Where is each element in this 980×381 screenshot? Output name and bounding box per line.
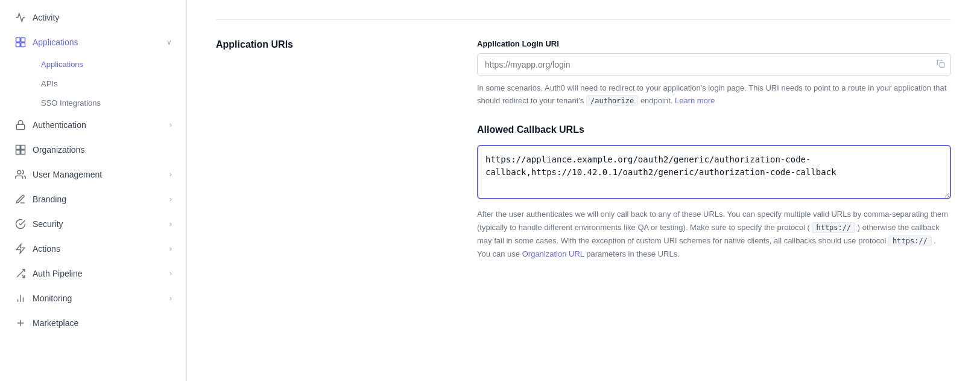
- svg-marker-10: [16, 245, 25, 254]
- svg-rect-2: [16, 43, 21, 47]
- sidebar-item-applications[interactable]: Applications ∨: [5, 30, 182, 54]
- sidebar-item-authentication-label: Authentication: [33, 120, 86, 130]
- section-title: Application URIs: [216, 39, 453, 50]
- sidebar-item-auth-pipeline-label: Auth Pipeline: [33, 269, 83, 278]
- sidebar-item-organizations[interactable]: Organizations: [5, 138, 182, 162]
- sidebar-subitem-sso[interactable]: SSO Integrations: [31, 94, 182, 112]
- application-uris-section: Application URIs Application Login URI I…: [216, 39, 951, 261]
- sidebar-item-marketplace[interactable]: Marketplace: [5, 311, 182, 335]
- sidebar-item-auth-pipeline[interactable]: Auth Pipeline ›: [5, 261, 182, 286]
- security-chevron: ›: [169, 220, 172, 228]
- callback-urls-input[interactable]: https://appliance.example.org/oauth2/gen…: [477, 145, 951, 199]
- svg-rect-0: [16, 38, 21, 42]
- sidebar-item-organizations-label: Organizations: [33, 145, 84, 155]
- branding-chevron: ›: [169, 195, 172, 203]
- actions-chevron: ›: [169, 245, 172, 253]
- monitoring-chevron: ›: [169, 294, 172, 303]
- sidebar-subitem-apis[interactable]: APIs: [31, 74, 182, 93]
- sidebar-item-security[interactable]: Security ›: [5, 212, 182, 236]
- security-icon: [14, 218, 27, 230]
- callback-urls-label: Allowed Callback URLs: [477, 124, 951, 135]
- actions-icon: [14, 243, 27, 255]
- sidebar-item-user-management-label: User Management: [33, 170, 102, 179]
- auth-pipeline-chevron: ›: [169, 269, 172, 278]
- sidebar-item-security-label: Security: [33, 219, 63, 229]
- sidebar: Activity Applications ∨ Applications API…: [0, 0, 187, 381]
- user-management-chevron: ›: [169, 170, 172, 179]
- applications-icon: [14, 36, 27, 48]
- svg-rect-5: [16, 146, 21, 150]
- auth-pipeline-icon: [14, 267, 27, 280]
- https-code-1: https://: [812, 222, 855, 233]
- login-uri-label: Application Login URI: [477, 39, 951, 48]
- section-title-col: Application URIs: [216, 39, 453, 261]
- sidebar-item-marketplace-label: Marketplace: [33, 318, 78, 328]
- svg-rect-3: [21, 43, 25, 47]
- sidebar-item-activity[interactable]: Activity: [5, 5, 182, 30]
- svg-rect-18: [940, 63, 944, 68]
- monitoring-icon: [14, 292, 27, 304]
- user-management-icon: [14, 168, 27, 181]
- copy-icon: [937, 60, 945, 70]
- marketplace-icon: [14, 317, 27, 329]
- authorize-code: /authorize: [586, 95, 638, 106]
- https-code-2: https://: [888, 235, 932, 246]
- sidebar-item-activity-label: Activity: [33, 13, 59, 22]
- section-fields-col: Application Login URI In some scenarios,…: [477, 39, 951, 261]
- svg-point-9: [17, 170, 21, 174]
- authentication-chevron: ›: [169, 121, 172, 129]
- callback-urls-helper: After the user authenticates we will onl…: [477, 208, 951, 261]
- sidebar-item-branding-label: Branding: [33, 194, 66, 204]
- login-uri-wrapper: [477, 53, 951, 76]
- organizations-icon: [14, 144, 27, 156]
- branding-icon: [14, 193, 27, 205]
- org-url-link[interactable]: Organization URL: [522, 249, 584, 258]
- sidebar-item-actions-label: Actions: [33, 244, 60, 254]
- sidebar-item-actions[interactable]: Actions ›: [5, 237, 182, 261]
- login-uri-helper: In some scenarios, Auth0 will need to re…: [477, 82, 951, 107]
- applications-subitems: Applications APIs SSO Integrations: [0, 55, 186, 112]
- authentication-icon: [14, 119, 27, 131]
- svg-rect-4: [16, 124, 25, 129]
- sidebar-item-applications-label: Applications: [33, 37, 78, 47]
- activity-icon: [14, 11, 27, 24]
- svg-rect-7: [16, 150, 21, 155]
- svg-rect-1: [21, 38, 25, 42]
- learn-more-link[interactable]: Learn more: [675, 96, 715, 105]
- svg-rect-6: [21, 146, 25, 150]
- main-content: Application URIs Application Login URI I…: [187, 0, 980, 381]
- sidebar-item-user-management[interactable]: User Management ›: [5, 162, 182, 187]
- svg-rect-8: [21, 150, 25, 155]
- top-divider: [216, 19, 951, 20]
- sidebar-subitem-applications[interactable]: Applications: [31, 55, 182, 74]
- sidebar-item-monitoring-label: Monitoring: [33, 293, 72, 303]
- sidebar-item-branding[interactable]: Branding ›: [5, 187, 182, 211]
- sidebar-item-authentication[interactable]: Authentication ›: [5, 113, 182, 137]
- login-uri-input[interactable]: [477, 53, 951, 76]
- sidebar-item-monitoring[interactable]: Monitoring ›: [5, 286, 182, 310]
- applications-chevron: ∨: [166, 38, 172, 46]
